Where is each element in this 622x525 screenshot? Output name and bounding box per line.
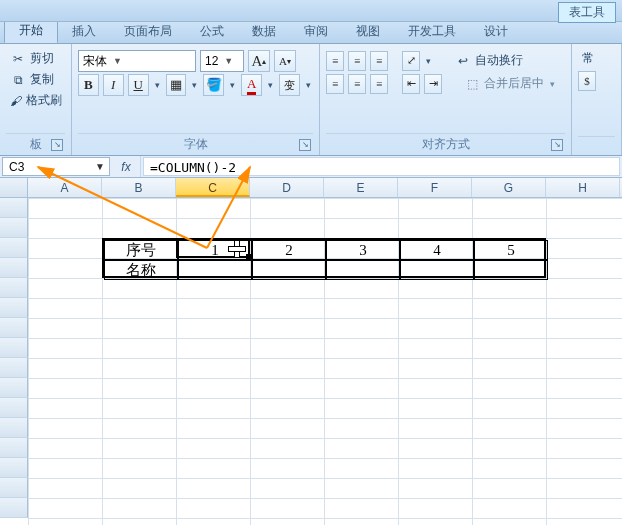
column-header-G[interactable]: G [472, 178, 546, 197]
cell-row2-4[interactable] [474, 260, 548, 280]
fill-color-button[interactable]: 🪣 [203, 74, 224, 96]
phonetic-button[interactable]: 变 [279, 74, 300, 96]
tab-审阅[interactable]: 审阅 [290, 20, 342, 43]
font-name-value: 宋体 [83, 53, 107, 70]
row-header[interactable] [0, 418, 28, 438]
column-header-B[interactable]: B [102, 178, 176, 197]
cell-row1-4[interactable]: 5 [474, 240, 548, 260]
font-color-icon: A [247, 76, 256, 95]
chevron-down-icon[interactable]: ▾ [153, 80, 162, 90]
row-header[interactable] [0, 438, 28, 458]
dialog-launcher-icon[interactable]: ↘ [299, 139, 311, 151]
align-middle-button[interactable]: ≡ [348, 51, 366, 71]
number-format-label[interactable]: 常 [578, 48, 615, 69]
cut-button[interactable]: ✂ 剪切 [6, 48, 65, 69]
dialog-launcher-icon[interactable]: ↘ [51, 139, 63, 151]
cell-row2-1[interactable] [252, 260, 326, 280]
name-box[interactable]: C3 ▼ [2, 157, 110, 176]
column-header-F[interactable]: F [398, 178, 472, 197]
border-button[interactable]: ▦ [166, 74, 187, 96]
column-header-H[interactable]: H [546, 178, 620, 197]
format-painter-button[interactable]: 🖌 格式刷 [6, 90, 65, 111]
align-center-button[interactable]: ≡ [348, 74, 366, 94]
row-header[interactable] [0, 378, 28, 398]
orientation-icon: ⤢ [407, 54, 416, 67]
row-header[interactable] [0, 238, 28, 258]
decrease-indent-button[interactable]: ⇤ [402, 74, 420, 94]
font-size-combo[interactable]: 12 ▼ [200, 50, 244, 72]
tab-设计[interactable]: 设计 [470, 20, 522, 43]
chevron-down-icon[interactable]: ▾ [424, 56, 433, 66]
cell-row2-0[interactable] [178, 260, 252, 280]
orientation-button[interactable]: ⤢ [402, 51, 420, 71]
tab-公式[interactable]: 公式 [186, 20, 238, 43]
row-header[interactable] [0, 258, 28, 278]
tab-页面布局[interactable]: 页面布局 [110, 20, 186, 43]
row-header[interactable] [0, 278, 28, 298]
chevron-down-icon[interactable]: ▾ [228, 80, 237, 90]
column-header-A[interactable]: A [28, 178, 102, 197]
chevron-down-icon[interactable]: ▾ [304, 80, 313, 90]
row-header[interactable] [0, 358, 28, 378]
align-top-button[interactable]: ≡ [326, 51, 344, 71]
tab-数据[interactable]: 数据 [238, 20, 290, 43]
ribbon-tabs: 开始插入页面布局公式数据审阅视图开发工具设计 [0, 22, 622, 44]
row-header[interactable] [0, 198, 28, 218]
cell-row1-1[interactable]: 2 [252, 240, 326, 260]
chevron-down-icon: ▾ [548, 79, 557, 89]
row-header[interactable] [0, 478, 28, 498]
worksheet-grid[interactable]: 序号12345名称 [0, 198, 622, 525]
shrink-font-button[interactable]: A▾ [274, 50, 296, 72]
bold-button[interactable]: B [78, 74, 99, 96]
currency-button[interactable]: $ [578, 71, 596, 91]
row-header[interactable] [0, 398, 28, 418]
font-color-button[interactable]: A [241, 74, 262, 96]
group-label-clipboard: 板 ↘ [6, 133, 65, 153]
align-center-icon: ≡ [354, 78, 360, 90]
align-right-button[interactable]: ≡ [370, 74, 388, 94]
border-icon: ▦ [170, 77, 182, 93]
merge-center-label: 合并后居中 [484, 75, 544, 92]
row-header[interactable] [0, 458, 28, 478]
merge-center-button[interactable]: ⬚ 合并后居中 ▾ [460, 73, 561, 94]
column-header-E[interactable]: E [324, 178, 398, 197]
underline-button[interactable]: U [128, 74, 149, 96]
wrap-text-button[interactable]: ↩ 自动换行 [451, 50, 527, 71]
cell-row1-2[interactable]: 3 [326, 240, 400, 260]
column-header-D[interactable]: D [250, 178, 324, 197]
format-painter-label: 格式刷 [26, 92, 62, 109]
group-alignment: ≡ ≡ ≡ ⤢ ▾ ↩ 自动换行 ≡ ≡ ≡ ⇤ ⇥ [320, 44, 572, 155]
italic-button[interactable]: I [103, 74, 124, 96]
fx-button[interactable]: fx [116, 160, 136, 174]
data-table: 序号12345名称 [102, 238, 546, 278]
cell-b3[interactable]: 序号 [104, 240, 178, 260]
font-name-combo[interactable]: 宋体 ▼ [78, 50, 196, 72]
tab-视图[interactable]: 视图 [342, 20, 394, 43]
cell-row2-2[interactable] [326, 260, 400, 280]
select-all-corner[interactable] [0, 178, 28, 197]
tab-开发工具[interactable]: 开发工具 [394, 20, 470, 43]
cell-row1-0[interactable]: 1 [178, 240, 252, 260]
align-left-button[interactable]: ≡ [326, 74, 344, 94]
align-left-icon: ≡ [332, 78, 338, 90]
align-bottom-button[interactable]: ≡ [370, 51, 388, 71]
chevron-down-icon[interactable]: ▾ [190, 80, 199, 90]
row-header[interactable] [0, 218, 28, 238]
row-header[interactable] [0, 498, 28, 518]
formula-input[interactable]: =COLUMN()-2 [143, 157, 620, 176]
tab-插入[interactable]: 插入 [58, 20, 110, 43]
grow-font-button[interactable]: A▴ [248, 50, 270, 72]
cell-b4[interactable]: 名称 [104, 260, 178, 280]
row-header[interactable] [0, 338, 28, 358]
chevron-down-icon[interactable]: ▾ [266, 80, 275, 90]
dialog-launcher-icon[interactable]: ↘ [551, 139, 563, 151]
cell-row2-3[interactable] [400, 260, 474, 280]
copy-button[interactable]: ⧉ 复制 [6, 69, 65, 90]
cell-row1-3[interactable]: 4 [400, 240, 474, 260]
context-tab-table-tools[interactable]: 表工具 [558, 2, 616, 23]
row-header[interactable] [0, 298, 28, 318]
increase-indent-button[interactable]: ⇥ [424, 74, 442, 94]
row-header[interactable] [0, 318, 28, 338]
titlebar: 表工具 [0, 0, 622, 22]
column-header-C[interactable]: C [176, 178, 250, 197]
